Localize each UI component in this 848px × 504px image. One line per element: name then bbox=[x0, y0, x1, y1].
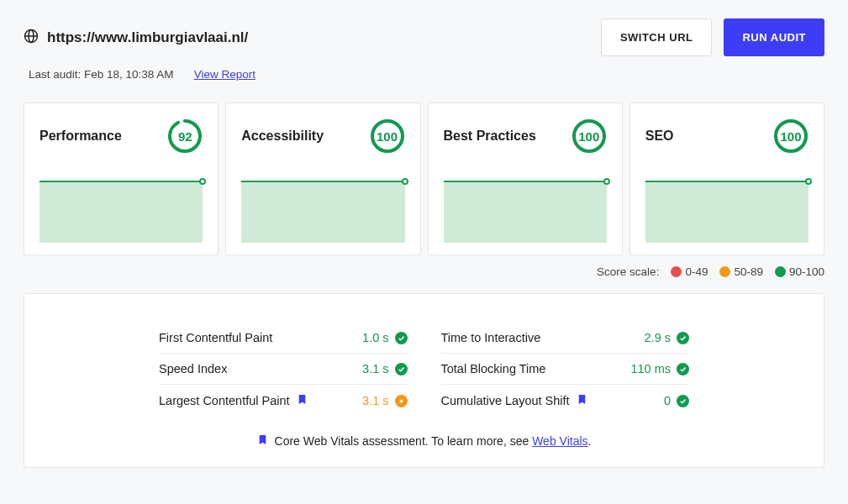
check-icon bbox=[677, 363, 689, 375]
web-vitals-link[interactable]: Web Vitals bbox=[532, 434, 587, 448]
run-audit-button[interactable]: RUN AUDIT bbox=[724, 18, 824, 56]
metric-name: Speed Index bbox=[159, 362, 227, 375]
score-scale-orange: 50-89 bbox=[719, 265, 763, 278]
metric-row: First Contentful Paint 1.0 s bbox=[159, 323, 408, 354]
bookmark-icon bbox=[577, 393, 587, 408]
metric-row: Total Blocking Time 110 ms bbox=[441, 354, 690, 385]
metric-value: 110 ms bbox=[630, 362, 689, 375]
metric-value: 3.1 s bbox=[362, 362, 407, 375]
metric-name: Cumulative Layout Shift bbox=[441, 393, 587, 408]
view-report-link[interactable]: View Report bbox=[194, 68, 255, 81]
metric-value: 1.0 s bbox=[362, 331, 407, 344]
metric-name: Largest Contentful Paint bbox=[159, 393, 308, 408]
sparkline bbox=[40, 181, 203, 243]
card-title: Best Practices bbox=[444, 129, 536, 144]
score-card[interactable]: Accessibility 100 bbox=[225, 102, 420, 255]
score-card[interactable]: SEO 100 bbox=[629, 102, 824, 255]
check-icon bbox=[677, 395, 689, 407]
score-scale: Score scale: 0-49 50-89 90-100 bbox=[24, 265, 824, 278]
sparkline bbox=[645, 181, 808, 243]
score-card[interactable]: Performance 92 bbox=[24, 102, 219, 255]
metric-name: First Contentful Paint bbox=[159, 331, 272, 344]
globe-icon bbox=[24, 29, 39, 47]
score-ring: 100 bbox=[370, 118, 405, 154]
score-value: 100 bbox=[578, 129, 599, 144]
check-icon bbox=[395, 363, 408, 375]
bookmark-icon bbox=[257, 433, 268, 449]
score-value: 100 bbox=[377, 129, 398, 144]
bookmark-icon bbox=[297, 393, 308, 408]
metric-name: Total Blocking Time bbox=[441, 362, 546, 375]
url-display: https://www.limburgiavlaai.nl/ bbox=[24, 29, 248, 47]
metric-row: Cumulative Layout Shift 0 bbox=[441, 385, 690, 417]
svg-point-11 bbox=[399, 399, 403, 402]
switch-url-button[interactable]: SWITCH URL bbox=[601, 18, 713, 56]
metric-value: 0 bbox=[664, 394, 689, 407]
score-scale-red: 0-49 bbox=[671, 265, 708, 278]
score-scale-green: 90-100 bbox=[775, 265, 824, 278]
card-title: Performance bbox=[40, 129, 122, 144]
sparkline bbox=[241, 181, 404, 243]
metric-row: Time to Interactive 2.9 s bbox=[441, 323, 690, 354]
score-card[interactable]: Best Practices 100 bbox=[428, 102, 623, 255]
score-value: 100 bbox=[780, 129, 801, 144]
metric-name: Time to Interactive bbox=[441, 331, 541, 344]
score-ring: 100 bbox=[571, 118, 607, 154]
score-ring: 92 bbox=[167, 118, 203, 154]
metrics-panel: First Contentful Paint 1.0 s Time to Int… bbox=[24, 293, 824, 468]
url-text: https://www.limburgiavlaai.nl/ bbox=[47, 29, 248, 46]
score-ring: 100 bbox=[773, 118, 808, 154]
last-audit-text: Last audit: Feb 18, 10:38 AM bbox=[29, 68, 174, 81]
score-cards: Performance 92 Accessibility 100 Best Pr… bbox=[24, 102, 824, 255]
header: https://www.limburgiavlaai.nl/ SWITCH UR… bbox=[24, 18, 824, 56]
warn-icon bbox=[395, 395, 408, 407]
metric-row: Largest Contentful Paint 3.1 s bbox=[159, 385, 408, 417]
core-web-vitals-footnote: Core Web Vitals assessment. To learn mor… bbox=[159, 433, 689, 449]
subheader: Last audit: Feb 18, 10:38 AM View Report bbox=[24, 68, 824, 81]
check-icon bbox=[395, 332, 408, 344]
score-scale-label: Score scale: bbox=[597, 265, 659, 278]
sparkline bbox=[444, 181, 607, 243]
card-title: Accessibility bbox=[241, 129, 324, 144]
card-title: SEO bbox=[645, 129, 674, 144]
metric-value: 2.9 s bbox=[645, 331, 689, 344]
metric-row: Speed Index 3.1 s bbox=[159, 354, 408, 385]
metrics-grid: First Contentful Paint 1.0 s Time to Int… bbox=[159, 323, 689, 417]
metric-value: 3.1 s bbox=[362, 394, 407, 407]
check-icon bbox=[677, 332, 689, 344]
score-value: 92 bbox=[178, 129, 192, 144]
